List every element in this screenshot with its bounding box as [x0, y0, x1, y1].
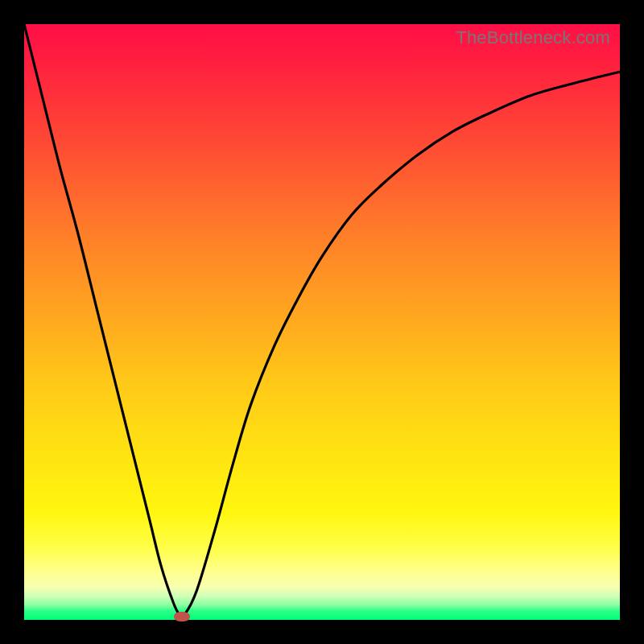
chart-frame: TheBottleneck.com [0, 0, 644, 644]
plot-area: TheBottleneck.com [24, 24, 620, 620]
bottleneck-curve [24, 24, 620, 620]
optimal-point-marker [174, 612, 190, 621]
